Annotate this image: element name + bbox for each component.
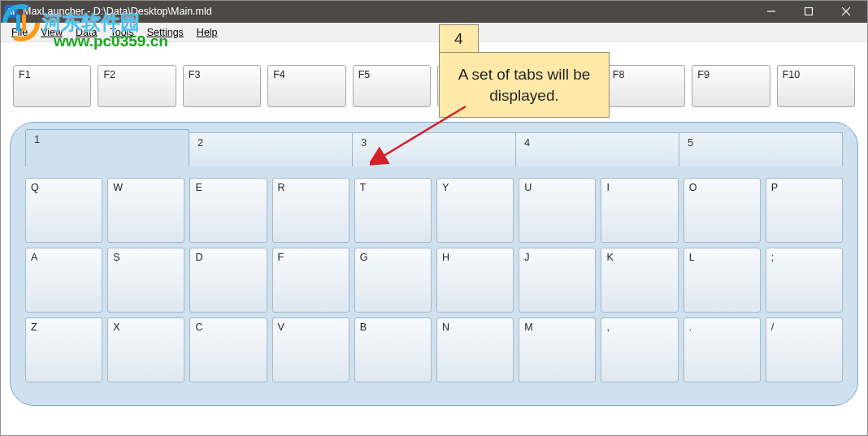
- key-row-1: Q W E R T Y U I O P: [25, 178, 843, 243]
- maximize-button[interactable]: [790, 0, 827, 23]
- key-x[interactable]: X: [107, 317, 184, 382]
- key-w[interactable]: W: [107, 178, 184, 243]
- key-m[interactable]: M: [519, 317, 596, 382]
- key-z[interactable]: Z: [25, 317, 102, 382]
- fkey-f2[interactable]: F2: [98, 65, 176, 107]
- tab-2[interactable]: 2: [189, 132, 353, 166]
- fkey-f8[interactable]: F8: [607, 65, 685, 107]
- tab-1[interactable]: 1: [25, 129, 189, 166]
- menu-item-file[interactable]: File: [5, 25, 34, 40]
- key-g[interactable]: G: [354, 248, 432, 313]
- key-comma[interactable]: ,: [601, 317, 678, 382]
- fkey-f4[interactable]: F4: [267, 65, 345, 107]
- key-f[interactable]: F: [272, 248, 349, 313]
- key-k[interactable]: K: [601, 248, 678, 313]
- minimize-button[interactable]: [753, 0, 790, 23]
- key-u[interactable]: U: [519, 178, 596, 243]
- menu-label: Help: [197, 27, 218, 38]
- menu-label: View: [41, 27, 63, 38]
- maximize-icon: [805, 7, 813, 15]
- title-bar: M MaxLauncher - D:\Data\Desktop\Main.mld: [0, 0, 868, 23]
- menu-item-help[interactable]: Help: [190, 25, 224, 40]
- key-e[interactable]: E: [189, 178, 267, 243]
- key-y[interactable]: Y: [436, 178, 514, 243]
- fkey-f5[interactable]: F5: [353, 65, 431, 107]
- callout-step-box: 4: [439, 24, 479, 54]
- key-s[interactable]: S: [107, 248, 184, 313]
- menu-item-view[interactable]: View: [34, 25, 69, 40]
- key-grid: Q W E R T Y U I O P A S D F G H J K L ; …: [25, 166, 843, 382]
- key-b[interactable]: B: [354, 317, 432, 382]
- menu-label: Tools: [110, 27, 133, 38]
- menu-item-settings[interactable]: Settings: [141, 25, 190, 40]
- window-title: MaxLauncher - D:\Data\Desktop\Main.mld: [23, 6, 212, 17]
- callout-text-box: A set of tabs will be displayed.: [439, 52, 610, 118]
- key-p[interactable]: P: [766, 178, 843, 243]
- fkey-f1[interactable]: F1: [13, 65, 91, 107]
- key-a[interactable]: A: [25, 248, 102, 313]
- key-r[interactable]: R: [272, 178, 349, 243]
- close-icon: [842, 7, 850, 15]
- function-key-row: F1 F2 F3 F4 F5 F6 F7 F8 F9 F10: [0, 42, 868, 117]
- key-t[interactable]: T: [354, 178, 432, 243]
- fkey-f10[interactable]: F10: [777, 65, 855, 107]
- key-n[interactable]: N: [436, 317, 514, 382]
- app-icon: M: [5, 5, 18, 18]
- menu-label: Data: [76, 27, 97, 38]
- menu-label: Settings: [147, 27, 184, 38]
- key-period[interactable]: .: [684, 317, 761, 382]
- key-j[interactable]: J: [519, 248, 596, 313]
- menu-label: File: [11, 27, 28, 38]
- menu-item-data[interactable]: Data: [69, 25, 103, 40]
- key-o[interactable]: O: [684, 178, 761, 243]
- minimize-icon: [767, 7, 775, 15]
- keyboard-panel: 1 2 3 4 5 Q W E R T Y U I O P A S D F G …: [10, 122, 858, 406]
- fkey-f9[interactable]: F9: [692, 65, 770, 107]
- menu-bar: File View Data Tools Settings Help: [0, 23, 868, 42]
- tab-row: 1 2 3 4 5: [25, 132, 843, 166]
- key-semicolon[interactable]: ;: [766, 248, 843, 313]
- key-i[interactable]: I: [601, 178, 678, 243]
- tab-3[interactable]: 3: [352, 132, 516, 166]
- fkey-f3[interactable]: F3: [183, 65, 261, 107]
- svg-rect-1: [805, 8, 813, 15]
- key-l[interactable]: L: [684, 248, 761, 313]
- tab-4[interactable]: 4: [515, 132, 679, 166]
- key-row-3: Z X C V B N M , . /: [25, 317, 843, 382]
- key-row-2: A S D F G H J K L ;: [25, 248, 843, 313]
- key-c[interactable]: C: [189, 317, 267, 382]
- close-button[interactable]: [827, 0, 865, 23]
- menu-item-tools[interactable]: Tools: [103, 25, 140, 40]
- key-h[interactable]: H: [436, 248, 514, 313]
- key-d[interactable]: D: [189, 248, 267, 313]
- tab-5[interactable]: 5: [679, 132, 843, 166]
- key-q[interactable]: Q: [25, 178, 102, 243]
- key-v[interactable]: V: [272, 317, 349, 382]
- key-slash[interactable]: /: [766, 317, 843, 382]
